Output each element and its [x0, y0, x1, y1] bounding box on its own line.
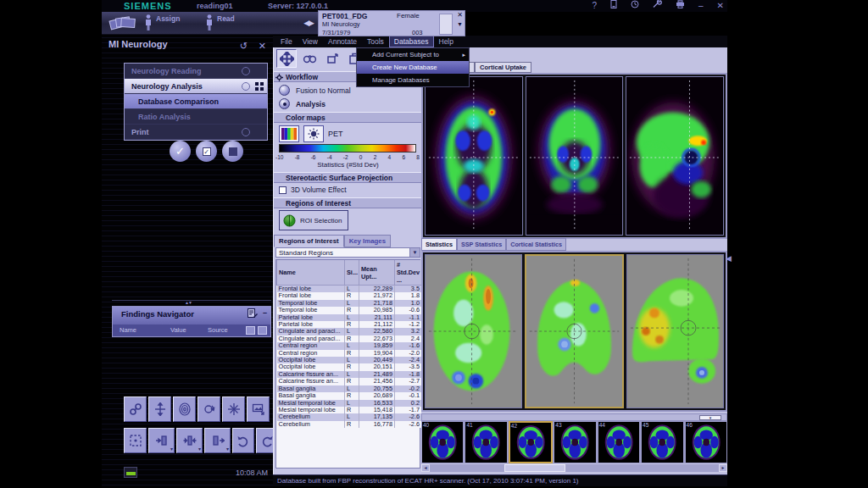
tab-ssp-statistics[interactable]: SSP Statistics	[457, 238, 506, 251]
th-std-dev[interactable]: # Std.Dev ...	[395, 260, 422, 286]
refresh-icon[interactable]: ↺	[240, 41, 248, 52]
sidebar-item-ratio-analysis[interactable]: Ratio Analysis	[125, 109, 267, 125]
table-row[interactable]: Cingulate and paraci...L22,5803.2	[277, 328, 422, 335]
table-row[interactable]: Occipital lobeL20,449-2.4	[277, 357, 422, 363]
tab-regions-of-interest[interactable]: Regions of Interest	[274, 235, 344, 247]
scroll-right-icon[interactable]: ▸	[719, 464, 727, 472]
tab-statistics[interactable]: Statistics	[421, 238, 457, 251]
table-row[interactable]: Mesial temporal lobeL16,5330.2	[277, 400, 422, 407]
slice-thumbnail[interactable]: 45	[641, 421, 683, 463]
verify-button[interactable]: ✓	[196, 141, 217, 162]
ssp-sagittal-view[interactable]	[626, 254, 724, 408]
rotate-3d-button[interactable]	[322, 49, 342, 68]
banner-dropdown-icon[interactable]: ▼	[457, 21, 463, 27]
studies-stack-icon[interactable]	[108, 14, 137, 35]
scroll-left-icon[interactable]: ◂	[421, 464, 430, 472]
fingerprint-roi-button[interactable]	[173, 396, 196, 422]
help-icon[interactable]: ?	[592, 0, 597, 12]
select-region-button[interactable]	[124, 428, 147, 453]
search-binoculars-button[interactable]	[299, 49, 320, 68]
brightness-button[interactable]	[303, 125, 324, 142]
table-row[interactable]: Temporal lobeR20,985-0.6	[277, 307, 422, 313]
pan-views-button[interactable]	[148, 396, 171, 422]
table-row[interactable]: Central regionL19,859-1.6	[277, 342, 422, 349]
scrollbar-track[interactable]	[430, 464, 719, 472]
volume-effect-checkbox[interactable]: 3D Volume Effect	[279, 186, 347, 194]
table-row[interactable]: CerebellumL17,135-2.6	[277, 413, 422, 420]
table-row[interactable]: Calcarine fissure an...R21,456-2.7	[277, 378, 422, 385]
close-icon[interactable]: ✕	[717, 0, 724, 12]
radio-analysis[interactable]: Analysis	[279, 98, 326, 109]
printer-icon[interactable]	[676, 0, 685, 12]
slice-thumbnail[interactable]: 40	[421, 421, 464, 463]
menu-databases[interactable]: Databases	[390, 36, 433, 47]
pan-tool-button[interactable]	[276, 49, 297, 68]
col-source[interactable]: Source	[208, 326, 228, 334]
table-row[interactable]: Calcarine fissure an...L21,489-1.8	[277, 371, 422, 378]
table-row[interactable]: CerebellumR16,778-2.6	[277, 421, 422, 428]
roi-selection-button[interactable]: ROI Selection	[279, 210, 348, 230]
ssp-axial-view[interactable]	[425, 254, 522, 408]
menu-view[interactable]: View	[298, 36, 322, 47]
menu-annotate[interactable]: Annotate	[324, 36, 361, 47]
table-row[interactable]: Occipital lobeR20,151-3.5	[277, 363, 422, 370]
banner-scrollbar[interactable]	[439, 14, 453, 35]
crosshair-button[interactable]	[222, 396, 245, 422]
table-row[interactable]: Parietal lobeL21,111-1.1	[277, 314, 422, 321]
findings-filter-button[interactable]	[246, 326, 255, 335]
sidebar-item-neurology-reading[interactable]: Neurology Reading	[125, 64, 267, 79]
slice-thumbnail[interactable]: 41	[465, 421, 507, 463]
scrollbar-thumb[interactable]	[504, 464, 565, 472]
sidebar-item-print[interactable]: Print	[125, 125, 267, 140]
tab-cortical-uptake[interactable]: Cortical Uptake	[475, 62, 531, 73]
collapse-icon[interactable]: –	[263, 308, 267, 318]
report-icon[interactable]	[248, 308, 258, 318]
slice-thumbnail[interactable]: 43	[554, 421, 596, 463]
sidebar-item-database-comparison[interactable]: Database Comparison	[125, 94, 267, 109]
minimize-icon[interactable]: –	[698, 0, 704, 12]
table-row[interactable]: Basal gangliaL20,755-0.2	[277, 385, 422, 392]
sidebar-close-icon[interactable]: ✕	[259, 41, 266, 52]
menu-item-create-new-database[interactable]: Create New Database	[357, 61, 469, 74]
tools-icon[interactable]	[653, 0, 662, 12]
menu-item-add-current-subject[interactable]: Add Current Subject to Database ▸	[357, 48, 469, 61]
table-row[interactable]: Central regionR19,904-2.0	[277, 350, 422, 357]
thumbnail-scrollbar[interactable]: ◂ ▸	[421, 464, 727, 472]
th-mean-uptake[interactable]: Mean Upt...	[359, 260, 395, 286]
strip-scroll-arrows[interactable]: ◀▶	[303, 19, 314, 27]
table-row[interactable]: Parietal lobeR21,112-1.2	[277, 321, 422, 328]
th-side[interactable]: Si...	[345, 260, 359, 286]
banner-close-icon[interactable]: ✕	[457, 11, 463, 19]
col-value[interactable]: Value	[170, 326, 186, 334]
ssp-coronal-view-selected[interactable]	[525, 254, 624, 408]
slice-thumbnail[interactable]: 44	[598, 421, 640, 463]
menu-tools[interactable]: Tools	[363, 36, 388, 47]
coronal-pet-view[interactable]	[526, 76, 624, 236]
patient-banner[interactable]: PET001_FDG Female MI Neurology 7/31/1979…	[318, 10, 465, 36]
workflow-step-read[interactable]: Read	[205, 14, 235, 31]
panel-collapse-arrow-icon[interactable]: ◀	[726, 254, 732, 263]
menu-file[interactable]: File	[276, 36, 297, 47]
table-row[interactable]: Mesial temporal lobeR15,418-1.7	[277, 407, 422, 413]
panel-splitter[interactable]: ▲▼	[112, 300, 271, 306]
findings-options-button[interactable]	[258, 326, 267, 335]
register-left-button[interactable]: ▾	[148, 428, 175, 453]
sagittal-pet-view[interactable]	[626, 76, 724, 236]
slice-thumbnail[interactable]: 46	[685, 421, 727, 463]
rotate-view-button[interactable]	[198, 396, 220, 422]
axial-pet-view[interactable]	[425, 76, 523, 236]
col-name[interactable]: Name	[120, 326, 136, 334]
clock-icon[interactable]	[631, 0, 639, 12]
undo-button[interactable]	[232, 428, 254, 453]
link-views-button[interactable]	[124, 396, 147, 422]
colormap-select-button[interactable]	[279, 125, 299, 142]
table-row[interactable]: Cingulate and paraci...R22,6732.4	[277, 336, 422, 342]
stop-button[interactable]	[222, 141, 243, 162]
slice-thumbnail[interactable]: 42	[509, 421, 553, 463]
thumbnail-layout-combo[interactable]: ▾	[699, 415, 721, 420]
menu-item-manage-databases[interactable]: Manage Databases	[357, 74, 469, 86]
register-right-button[interactable]: ▾	[204, 428, 231, 453]
table-row[interactable]: Temporal lobeL21,7181.0	[277, 300, 422, 307]
menu-help[interactable]: Help	[435, 36, 458, 47]
export-image-button[interactable]	[247, 396, 270, 422]
